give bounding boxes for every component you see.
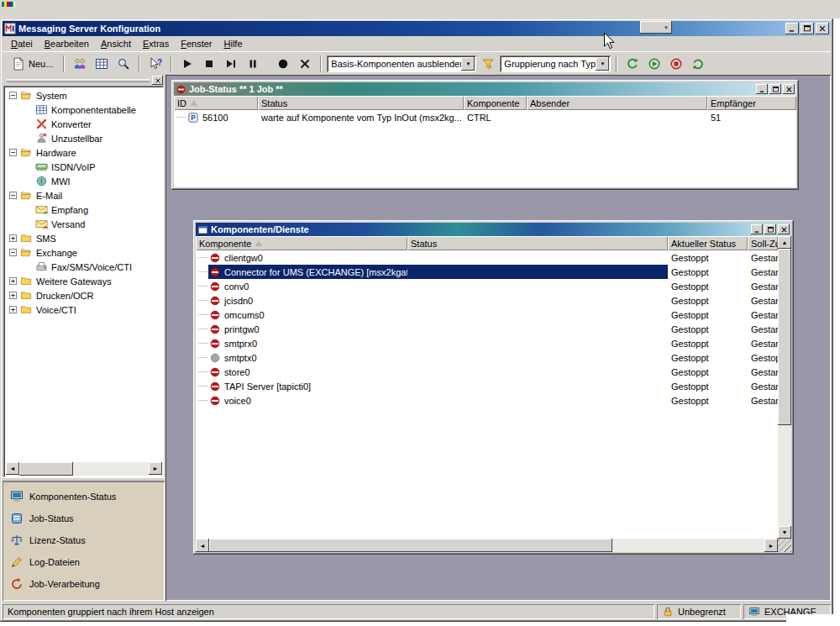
tree-item-empfang[interactable]: Empfang bbox=[6, 203, 162, 217]
expand-icon[interactable]: + bbox=[9, 292, 17, 299]
users-button[interactable] bbox=[70, 55, 90, 73]
scroll-left-button[interactable]: ◄ bbox=[6, 462, 19, 475]
tree-item-versand[interactable]: Versand bbox=[6, 217, 162, 231]
start-components-button[interactable] bbox=[644, 55, 664, 73]
menu-bearbeiten[interactable]: Bearbeiten bbox=[39, 37, 95, 50]
maximize-button[interactable] bbox=[769, 84, 781, 94]
column-header-status[interactable]: Status bbox=[258, 96, 464, 110]
scrollbar-thumb[interactable] bbox=[19, 462, 73, 476]
column-header-id[interactable]: ID bbox=[174, 96, 258, 110]
vertical-scrollbar[interactable]: ▲ ▼ bbox=[778, 236, 791, 552]
scroll-left-button[interactable]: ◄ bbox=[196, 539, 209, 552]
tree-item-exchange[interactable]: −Exchange bbox=[6, 245, 162, 260]
chevron-down-icon[interactable]: ▼ bbox=[596, 57, 609, 71]
collapse-icon[interactable]: − bbox=[9, 249, 17, 256]
component-row[interactable]: TAPI Server [tapicti0]GestopptGestar bbox=[196, 379, 778, 393]
shortcut-job-status[interactable]: Job-Status bbox=[6, 509, 161, 528]
menu-hilfe[interactable]: Hilfe bbox=[218, 37, 249, 50]
tree-item-fax-sms-voice-cti[interactable]: Fax/SMS/Voice/CTI bbox=[6, 260, 162, 274]
context-help-button[interactable]: ? bbox=[145, 55, 165, 73]
collapse-icon[interactable]: − bbox=[9, 92, 17, 99]
component-row[interactable]: jcisdn0GestopptGestar bbox=[196, 293, 778, 308]
stop-components-button[interactable] bbox=[666, 55, 686, 73]
component-filter-combo[interactable]: Basis-Komponenten ausblenden▼ bbox=[327, 55, 476, 72]
close-button[interactable] bbox=[783, 84, 795, 94]
panel-grip[interactable] bbox=[7, 79, 150, 82]
components-window[interactable]: Komponenten/Dienste KomponenteStatusAktu… bbox=[193, 220, 794, 555]
delete-button[interactable] bbox=[295, 55, 315, 73]
scroll-right-button[interactable]: ► bbox=[764, 539, 778, 552]
scroll-right-button[interactable]: ► bbox=[149, 462, 162, 475]
search-button[interactable] bbox=[113, 55, 134, 73]
collapse-icon[interactable]: − bbox=[9, 149, 17, 156]
scrollbar-track[interactable] bbox=[73, 462, 149, 476]
record-button[interactable] bbox=[273, 55, 293, 73]
component-row[interactable]: voice0GestopptGestar bbox=[196, 393, 778, 408]
tree-item-mwi[interactable]: MWI bbox=[6, 174, 162, 188]
menu-ansicht[interactable]: Ansicht bbox=[95, 37, 137, 50]
component-row[interactable]: smtprx0GestopptGestar bbox=[196, 336, 778, 350]
component-row[interactable]: conv0GestopptGestar bbox=[196, 279, 778, 293]
start-button[interactable] bbox=[177, 55, 197, 73]
components-window-titlebar[interactable]: Komponenten/Dienste bbox=[196, 223, 791, 236]
menu-extras[interactable]: Extras bbox=[137, 37, 175, 50]
component-row[interactable]: clientgw0GestopptGestar bbox=[196, 250, 778, 265]
job-window-titlebar[interactable]: Job-Status ** 1 Job ** bbox=[174, 82, 796, 96]
shortcut-lizenz-status[interactable]: Lizenz-Status bbox=[6, 531, 161, 550]
close-button[interactable] bbox=[778, 224, 790, 234]
maximize-button[interactable] bbox=[764, 224, 776, 234]
component-row[interactable]: omcums0GestopptGestar bbox=[196, 308, 778, 322]
stop-button[interactable] bbox=[199, 55, 219, 73]
refresh-button[interactable] bbox=[622, 55, 643, 73]
filter-button[interactable] bbox=[478, 55, 498, 73]
component-row[interactable]: printgw0GestopptGestar bbox=[196, 322, 778, 336]
job-status-window[interactable]: Job-Status ** 1 Job ** IDStatusKomponent… bbox=[171, 80, 799, 190]
pause-button[interactable] bbox=[243, 55, 263, 73]
scroll-up-button[interactable]: ▲ bbox=[778, 236, 791, 249]
menu-datei[interactable]: Datei bbox=[5, 37, 39, 50]
column-header-komponente[interactable]: Komponente bbox=[196, 236, 407, 250]
menu-fenster[interactable]: Fenster bbox=[175, 37, 218, 50]
minimize-button[interactable] bbox=[751, 224, 763, 234]
tree-item-isdn-voip[interactable]: ISDN/VoIP bbox=[6, 160, 162, 174]
tree-item-hardware[interactable]: −Hardware bbox=[6, 145, 162, 160]
shortcut-job-verarbeitung[interactable]: Job-Verarbeitung bbox=[6, 575, 161, 593]
shortcut-komponenten-status[interactable]: Komponenten-Status bbox=[6, 487, 161, 506]
component-row[interactable]: smtptx0GestopptGestop bbox=[196, 350, 778, 365]
scroll-down-button[interactable]: ▼ bbox=[778, 526, 791, 539]
grouping-combo[interactable]: Gruppierung nach Typ▼ bbox=[500, 55, 611, 72]
panel-close-button[interactable] bbox=[152, 76, 163, 85]
maximize-button[interactable] bbox=[801, 23, 814, 34]
scrollbar-track[interactable] bbox=[778, 249, 791, 526]
column-header-empfänger[interactable]: Empfänger bbox=[707, 96, 796, 110]
column-header-aktueller-status[interactable]: Aktueller Status bbox=[668, 236, 748, 250]
component-table-button[interactable] bbox=[92, 55, 112, 73]
minimize-button[interactable] bbox=[756, 84, 768, 94]
step-button[interactable] bbox=[221, 55, 241, 73]
tree-item-system[interactable]: −System bbox=[6, 88, 162, 103]
tree-item-konverter[interactable]: Konverter bbox=[6, 117, 162, 131]
tree-horizontal-scrollbar[interactable]: ◄ ► bbox=[6, 462, 162, 476]
column-header-absender[interactable]: Absender bbox=[527, 96, 707, 110]
app-titlebar[interactable]: Messaging Server Konfiguration bbox=[3, 21, 831, 36]
tree-item-sms[interactable]: +SMS bbox=[6, 231, 162, 245]
tree-item-drucken-ocr[interactable]: +Drucken/OCR bbox=[6, 288, 162, 302]
collapse-icon[interactable]: − bbox=[9, 192, 17, 199]
scrollbar-track[interactable] bbox=[612, 539, 764, 552]
column-header-soll-zu-[interactable]: Soll-Zu... bbox=[748, 236, 778, 250]
minimize-button[interactable] bbox=[785, 23, 799, 34]
scrollbar-thumb[interactable] bbox=[778, 249, 791, 425]
component-row[interactable]: store0GestopptGestar bbox=[196, 365, 778, 379]
shortcut-log-dateien[interactable]: Log-Dateien bbox=[6, 553, 161, 571]
expand-icon[interactable]: + bbox=[9, 234, 17, 242]
tree-item-weitere-gateways[interactable]: +Weitere Gateways bbox=[6, 274, 162, 288]
column-header-status[interactable]: Status bbox=[407, 236, 668, 250]
expand-icon[interactable]: + bbox=[9, 306, 17, 313]
close-button[interactable] bbox=[816, 23, 829, 34]
reload-button[interactable] bbox=[688, 55, 708, 73]
column-header-komponente[interactable]: Komponente bbox=[464, 96, 527, 110]
tree-item-e-mail[interactable]: −E-Mail bbox=[6, 188, 162, 203]
new-button[interactable]: Neu... bbox=[7, 55, 58, 73]
expand-icon[interactable]: + bbox=[9, 277, 17, 285]
tree-item-unzustellbar[interactable]: Unzustellbar bbox=[6, 131, 162, 145]
